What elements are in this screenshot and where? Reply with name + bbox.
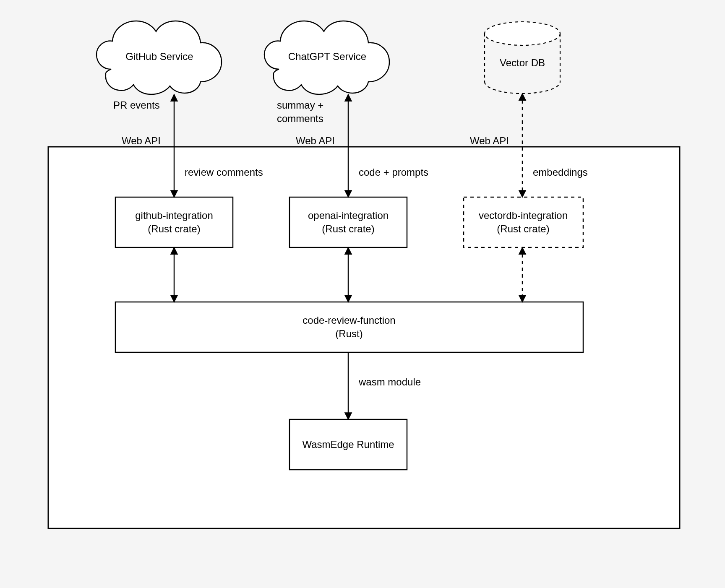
label-web-api-1: Web API [122, 134, 161, 148]
label-openai-crate-line2: (Rust crate) [322, 223, 374, 234]
label-core-line1: code-review-function [303, 315, 395, 326]
label-core-function: code-review-function (Rust) [303, 314, 395, 341]
label-openai-crate-line1: openai-integration [308, 210, 389, 221]
label-vectordb-crate: vectordb-integration (Rust crate) [479, 209, 568, 236]
label-github-service: GitHub Service [125, 50, 193, 63]
label-pr-events: PR events [113, 99, 160, 112]
label-summary-line1: summay + [277, 99, 323, 111]
label-web-api-2: Web API [296, 134, 335, 148]
diagram-canvas: GitHub Service ChatGPT Service Vector DB… [0, 0, 725, 588]
label-wasm-module: wasm module [359, 375, 421, 389]
svg-point-0 [485, 22, 560, 45]
label-openai-crate: openai-integration (Rust crate) [308, 209, 389, 236]
label-github-crate-line1: github-integration [135, 210, 213, 221]
label-chatgpt-service: ChatGPT Service [288, 50, 366, 63]
label-embeddings: embeddings [533, 166, 588, 179]
label-github-crate: github-integration (Rust crate) [135, 209, 213, 236]
label-runtime: WasmEdge Runtime [302, 438, 394, 451]
label-github-crate-line2: (Rust crate) [148, 223, 200, 234]
label-vectordb-crate-line2: (Rust crate) [497, 223, 549, 234]
label-vectordb-crate-line1: vectordb-integration [479, 210, 568, 221]
label-summary-line2: comments [277, 113, 323, 124]
label-review-comments: review comments [185, 166, 263, 179]
label-core-line2: (Rust) [335, 328, 362, 339]
label-vectordb-service: Vector DB [500, 56, 545, 70]
label-summary-comments: summay + comments [277, 99, 323, 126]
label-web-api-3: Web API [470, 134, 509, 148]
label-code-prompts: code + prompts [359, 166, 428, 179]
